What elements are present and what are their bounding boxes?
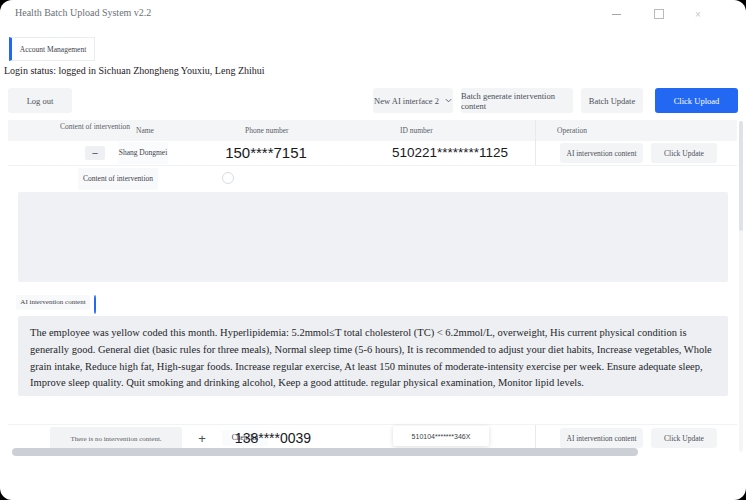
maximize-icon [654, 9, 664, 19]
ai-interface-selected-value: New AI interface 2 [374, 96, 439, 106]
radio-dot-icon [99, 300, 103, 304]
content-of-intervention-label: Content of intervention [78, 168, 158, 190]
id-cell: 510221********1125 [385, 145, 515, 160]
click-update-button[interactable]: Click Update [651, 428, 717, 448]
row-divider [8, 165, 737, 166]
name-cell: Shang Dongmei [118, 142, 168, 164]
window-title: Health Batch Upload System v2.2 [15, 7, 151, 18]
ai-intervention-text: The employee was yellow coded this month… [18, 316, 728, 396]
header-phone-number: Phone number [245, 126, 325, 135]
batch-update-button[interactable]: Batch Update [581, 88, 643, 113]
expand-row-button[interactable]: + [192, 429, 212, 447]
click-upload-button[interactable]: Click Upload [655, 88, 738, 113]
operation-column-divider [535, 120, 536, 165]
horizontal-scrollbar[interactable] [12, 448, 638, 456]
ai-intervention-content-button[interactable]: AI intervention content [560, 143, 643, 163]
tab-label: Account Management [20, 45, 86, 54]
minus-icon: − [92, 147, 98, 159]
close-button[interactable]: × [687, 6, 709, 22]
maximize-button[interactable] [648, 6, 670, 22]
batch-generate-button[interactable]: Batch generate intervention content [461, 88, 573, 113]
intervention-content-box[interactable] [18, 192, 728, 282]
chevron-down-icon [445, 97, 452, 104]
vertical-scrollbar[interactable] [739, 121, 743, 231]
minimize-icon [612, 14, 621, 15]
plus-icon: + [198, 431, 206, 446]
ai-intervention-content-button[interactable]: AI intervention content [560, 428, 643, 448]
phone-cell: 138****0039 [233, 430, 313, 446]
minimize-button[interactable] [605, 6, 627, 22]
ai-content-radio[interactable] [94, 295, 96, 314]
id-cell: 510104*******346X [393, 426, 489, 446]
app-window: Health Batch Upload System v2.2 × Accoun… [0, 0, 746, 500]
header-operation: Operation [557, 126, 637, 135]
close-icon: × [695, 9, 701, 20]
tab-account-management[interactable]: Account Management [9, 37, 95, 61]
click-update-button[interactable]: Click Update [651, 143, 717, 163]
header-name: Name [115, 126, 175, 135]
logout-button[interactable]: Log out [8, 88, 72, 113]
content-of-intervention-radio[interactable] [222, 172, 234, 184]
ai-interface-select[interactable]: New AI interface 2 [373, 88, 453, 113]
login-status: Login status: logged in Sichuan Zhonghen… [4, 65, 265, 76]
header-id-number: ID number [400, 126, 470, 135]
ai-intervention-content-label: AI intervention content [16, 295, 90, 310]
collapse-row-button[interactable]: − [85, 146, 105, 160]
phone-cell: 150****7151 [225, 144, 307, 161]
